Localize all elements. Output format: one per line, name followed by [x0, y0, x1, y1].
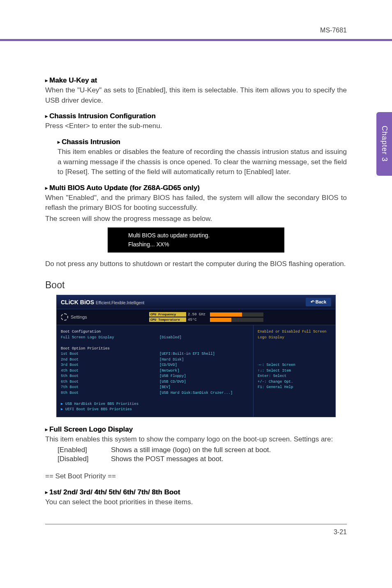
- bios-8th-boot-value: [USB Hard Disk:SanDisk Cruzer...]: [159, 390, 233, 396]
- cpu-temp-bar: [210, 318, 263, 322]
- body-boot-order: You can select the boot priorities in th…: [45, 497, 347, 508]
- heading-boot-order: 1st/ 2nd/ 3rd/ 4th/ 5th/ 6th/ 7th/ 8th B…: [45, 488, 347, 496]
- triangle-icon: ▶: [61, 407, 65, 411]
- bios-logo-item[interactable]: Full Screen Logo Display: [61, 335, 159, 341]
- bios-back-button[interactable]: Back: [306, 298, 331, 306]
- triangle-icon: ▶: [61, 402, 65, 406]
- bios-3rd-boot[interactable]: 3rd Boot: [61, 363, 159, 368]
- bios-7th-boot-value: [BEV]: [159, 385, 171, 390]
- bios-screenshot: CLiCKBiOS Efficient.Flexible.Intelligent…: [56, 295, 336, 417]
- bios-uefi-boot-priorities[interactable]: UEFI Boot Drive BBS Priorities: [65, 407, 132, 411]
- bios-1st-boot[interactable]: 1st Boot: [61, 351, 159, 357]
- boot-section-title: Boot: [45, 280, 347, 291]
- option-disabled-row: [Disabled] Shows the POST messages at bo…: [58, 455, 347, 463]
- body-multi-bios-3: Do not press any buttons to shutdown or …: [45, 259, 347, 269]
- bios-brand: CLiCKBiOS Efficient.Flexible.Intelligent: [61, 299, 144, 305]
- heading-chassis-intrusion: Chassis Intrusion: [58, 138, 347, 146]
- heading-full-screen-logo: Full Screen Logo Display: [45, 425, 347, 434]
- bios-help-text: Enabled or Disabled Full Screen Logo Dis…: [258, 329, 331, 340]
- bios-key-hint: +/-: Change Opt.: [258, 379, 331, 385]
- body-chassis-config: Press <Enter> to enter the sub-menu.: [45, 121, 347, 131]
- bios-5th-boot-value: [USB Floppy]: [159, 374, 186, 379]
- console-line-1: Multi BIOS auto update starting.: [128, 231, 264, 240]
- bios-usb-hdd-priorities[interactable]: USB HardDisk Drive BBS Priorities: [65, 402, 138, 406]
- footer-divider: [45, 524, 347, 524]
- cpu-freq-bar: [210, 312, 263, 317]
- bios-console: Multi BIOS auto update starting. Flashin…: [108, 227, 284, 253]
- body-make-ukey: When the "U-Key" as sets to [Enabled], t…: [45, 85, 347, 106]
- cpu-temp-value: 45°C: [188, 318, 208, 322]
- bios-2nd-boot[interactable]: 2nd Boot: [61, 357, 159, 363]
- brand-part-2: BiOS: [80, 299, 94, 305]
- cpu-freq-row: CPU Frequency 2.50 GHz: [149, 312, 333, 317]
- heading-make-ukey: Make U-Key at: [45, 76, 347, 85]
- bios-2nd-boot-value: [Hard Disk]: [159, 357, 184, 363]
- bios-logo-value: [Disabled]: [159, 335, 182, 341]
- bios-5th-boot[interactable]: 5th Boot: [61, 374, 159, 379]
- page-number: 3-21: [0, 528, 392, 536]
- bios-boot-priorities-label: Boot Option Priorities: [61, 346, 249, 352]
- option-enabled-key: [Enabled]: [58, 446, 111, 454]
- bios-6th-boot[interactable]: 6th Boot: [61, 379, 159, 385]
- chapter-tab-label: Chapter 3: [380, 126, 389, 162]
- bios-4th-boot[interactable]: 4th Boot: [61, 368, 159, 374]
- settings-label: Settings: [71, 315, 87, 319]
- option-disabled-key: [Disabled]: [58, 455, 111, 463]
- body-full-screen-logo: This item enables this system to show th…: [45, 434, 347, 445]
- cpu-freq-value: 2.50 GHz: [188, 312, 208, 317]
- option-enabled-row: [Enabled] Shows a still image (logo) on …: [58, 446, 347, 454]
- body-multi-bios-1: When "Enabled", and the primary BIOS has…: [45, 193, 347, 213]
- bios-8th-boot[interactable]: 8th Boot: [61, 390, 159, 396]
- option-enabled-value: Shows a still image (logo) on the full s…: [111, 446, 271, 454]
- bios-6th-boot-value: [USB CD/DVD]: [159, 379, 186, 385]
- cpu-freq-label: CPU Frequency: [149, 312, 186, 317]
- body-multi-bios-2: The screen will show the progress messag…: [45, 214, 347, 224]
- bios-key-hint: Enter: Select: [258, 374, 331, 379]
- brand-tagline: Efficient.Flexible.Intelligent: [96, 301, 144, 305]
- set-boot-priority-label: == Set Boot Priority ==: [45, 471, 347, 482]
- option-disabled-value: Shows the POST messages at boot.: [111, 455, 224, 463]
- heading-chassis-config: Chassis Intrusion Configuration: [45, 112, 347, 120]
- bios-1st-boot-value: [UEFI:Built-in EFI Shell]: [159, 351, 215, 357]
- bios-settings-tab[interactable]: Settings: [57, 309, 147, 325]
- console-line-2: Flashing... XX%: [128, 240, 264, 249]
- gear-icon: [61, 313, 68, 321]
- body-chassis-intrusion: This item enables or disables the featur…: [58, 147, 347, 177]
- bios-key-hint: F1: General Help: [258, 385, 331, 390]
- bios-key-hint: ↑↓: Select Item: [258, 368, 331, 374]
- bios-7th-boot[interactable]: 7th Boot: [61, 385, 159, 390]
- bios-key-hint: →←: Select Screen: [258, 363, 331, 368]
- bios-4th-boot-value: [Network]: [159, 368, 180, 374]
- cpu-temp-label: CPU Temperature: [149, 317, 186, 322]
- bios-3rd-boot-value: [CD/DVD]: [159, 363, 177, 368]
- bios-boot-config-label: Boot Configuration: [61, 329, 249, 335]
- chapter-tab: Chapter 3: [376, 112, 392, 176]
- heading-multi-bios: Multi BIOS Auto Update (for Z68A-GD65 on…: [45, 184, 347, 192]
- header-divider: [0, 39, 392, 41]
- brand-part-1: CLiCK: [61, 299, 78, 305]
- header-code: MS-7681: [320, 27, 347, 34]
- cpu-temp-row: CPU Temperature 45°C: [149, 317, 333, 322]
